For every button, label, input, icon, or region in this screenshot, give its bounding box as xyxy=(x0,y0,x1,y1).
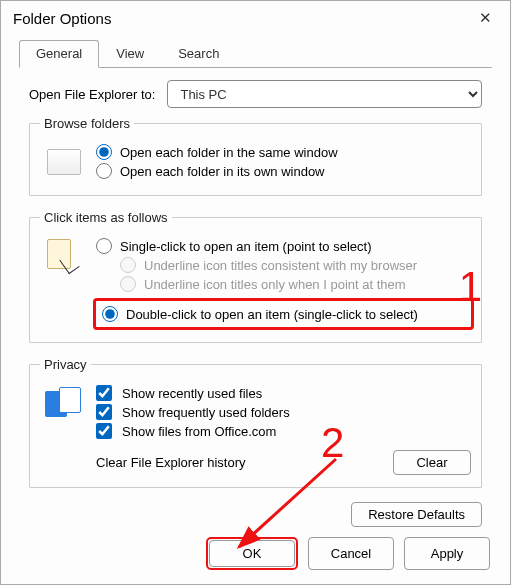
tab-search[interactable]: Search xyxy=(161,40,236,68)
radio-underline-point-input xyxy=(120,276,136,292)
browse-folders-legend: Browse folders xyxy=(40,116,134,131)
open-explorer-select[interactable]: This PC xyxy=(167,80,482,108)
content-area: General View Search Open File Explorer t… xyxy=(1,35,510,537)
clear-history-label: Clear File Explorer history xyxy=(96,455,393,470)
check-office-label: Show files from Office.com xyxy=(122,424,276,439)
radio-single-click[interactable]: Single-click to open an item (point to s… xyxy=(96,238,471,254)
apply-button[interactable]: Apply xyxy=(404,537,490,570)
radio-underline-browser-label: Underline icon titles consistent with my… xyxy=(144,258,417,273)
double-click-highlight: Double-click to open an item (single-cli… xyxy=(93,298,474,330)
check-office-input[interactable] xyxy=(96,423,112,439)
restore-row: Restore Defaults xyxy=(29,502,482,527)
check-recent[interactable]: Show recently used files xyxy=(96,385,471,401)
radio-underline-browser-input xyxy=(120,257,136,273)
click-items-group: Click items as follows Single-click to o… xyxy=(29,210,482,343)
click-items-legend: Click items as follows xyxy=(40,210,172,225)
check-frequent[interactable]: Show frequently used folders xyxy=(96,404,471,420)
tab-view[interactable]: View xyxy=(99,40,161,68)
radio-same-window[interactable]: Open each folder in the same window xyxy=(96,144,471,160)
browse-folder-icon xyxy=(40,141,88,183)
clear-history-row: Clear File Explorer history Clear xyxy=(96,450,471,475)
tab-panel-general: Open File Explorer to: This PC Browse fo… xyxy=(19,68,492,537)
dialog-button-row: OK Cancel Apply xyxy=(206,537,490,570)
close-button[interactable]: ✕ xyxy=(469,7,502,29)
ok-highlight: OK xyxy=(206,537,298,570)
radio-single-click-label: Single-click to open an item (point to s… xyxy=(120,239,371,254)
cancel-button[interactable]: Cancel xyxy=(308,537,394,570)
privacy-group: Privacy Show recently used files Show fr… xyxy=(29,357,482,488)
check-frequent-label: Show frequently used folders xyxy=(122,405,290,420)
radio-underline-point-label: Underline icon titles only when I point … xyxy=(144,277,406,292)
radio-same-window-input[interactable] xyxy=(96,144,112,160)
radio-underline-browser: Underline icon titles consistent with my… xyxy=(120,257,471,273)
restore-defaults-button[interactable]: Restore Defaults xyxy=(351,502,482,527)
check-office[interactable]: Show files from Office.com xyxy=(96,423,471,439)
check-recent-label: Show recently used files xyxy=(122,386,262,401)
check-recent-input[interactable] xyxy=(96,385,112,401)
radio-double-click[interactable]: Double-click to open an item (single-cli… xyxy=(102,306,465,322)
radio-own-window-input[interactable] xyxy=(96,163,112,179)
open-explorer-row: Open File Explorer to: This PC xyxy=(29,80,482,108)
privacy-legend: Privacy xyxy=(40,357,91,372)
radio-double-click-input[interactable] xyxy=(102,306,118,322)
tab-general[interactable]: General xyxy=(19,40,99,68)
click-cursor-icon xyxy=(40,235,88,277)
folder-options-dialog: Folder Options ✕ General View Search Ope… xyxy=(0,0,511,585)
radio-single-click-input[interactable] xyxy=(96,238,112,254)
radio-own-window[interactable]: Open each folder in its own window xyxy=(96,163,471,179)
privacy-icon xyxy=(40,382,88,424)
radio-same-window-label: Open each folder in the same window xyxy=(120,145,338,160)
browse-folders-group: Browse folders Open each folder in the s… xyxy=(29,116,482,196)
dialog-title: Folder Options xyxy=(13,10,111,27)
tab-strip: General View Search xyxy=(19,39,492,68)
radio-double-click-label: Double-click to open an item (single-cli… xyxy=(126,307,418,322)
clear-button[interactable]: Clear xyxy=(393,450,471,475)
titlebar: Folder Options ✕ xyxy=(1,1,510,35)
open-explorer-label: Open File Explorer to: xyxy=(29,87,155,102)
ok-button[interactable]: OK xyxy=(209,540,295,567)
check-frequent-input[interactable] xyxy=(96,404,112,420)
radio-own-window-label: Open each folder in its own window xyxy=(120,164,325,179)
radio-underline-point: Underline icon titles only when I point … xyxy=(120,276,471,292)
